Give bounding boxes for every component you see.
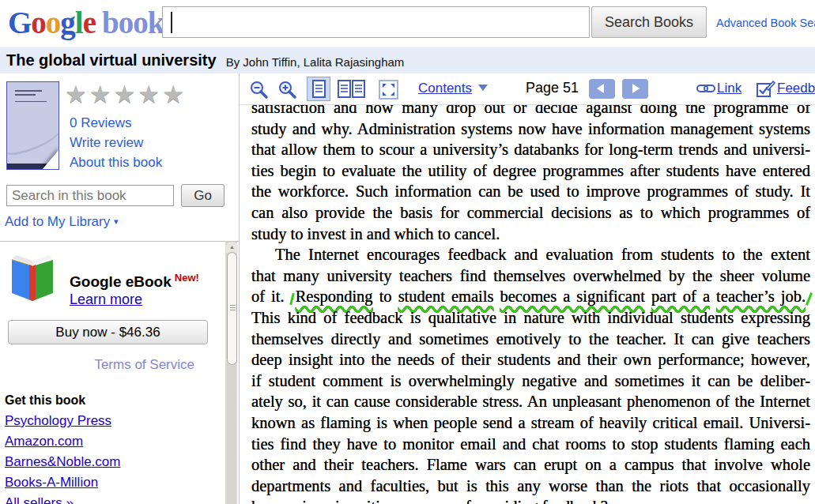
two-page-view-icon[interactable] [338, 80, 366, 98]
go-button[interactable]: Go [181, 184, 225, 207]
sidebar: ★★★★★ 0 Reviews Write review About this … [0, 73, 240, 504]
page-text-line: known as flaming is when people send a s… [251, 412, 810, 434]
page-text-segment: the workforce. Such information can be u… [251, 182, 810, 200]
contents-dropdown[interactable]: Contents [418, 81, 472, 96]
page-text-segment: The Internet encourages feedback and eva… [275, 246, 810, 263]
previous-page-button[interactable] [589, 79, 615, 99]
book-cover-thumbnail[interactable] [6, 81, 59, 170]
page-text-segment: deep insight into the needs of their stu… [251, 351, 810, 368]
seller-link[interactable]: Books-A-Million [5, 476, 120, 489]
book-title-bar: The global virtual university By John Ti… [0, 47, 815, 73]
site-header: Googlebooks Search Books Advanced Book S… [0, 0, 815, 47]
left-arrow-icon [597, 84, 604, 93]
page-text-line: departments and faculties, but is this a… [251, 476, 810, 497]
search-books-button[interactable]: Search Books [591, 6, 707, 38]
page-text-segment: departments and faculties, but is this a… [251, 477, 810, 495]
text-caret [171, 12, 172, 33]
page-text-segment: of it. [251, 288, 291, 305]
seller-link[interactable]: Barnes&Noble.com [5, 455, 120, 468]
star-rating[interactable]: ★★★★★ [65, 80, 187, 109]
scrollbar-thumb[interactable] [227, 252, 237, 365]
google-logo-text: Google [8, 6, 96, 39]
page-text-block: satisfaction and how many drop out or de… [251, 105, 810, 504]
page-title: The global virtual university [6, 51, 217, 70]
page-text-segment [710, 288, 716, 305]
dropdown-arrow-icon: ▾ [114, 216, 119, 226]
page-text-line: of it. Responding to student emails beco… [251, 286, 810, 307]
page-text-line: that allow them to scour a university’s … [251, 139, 810, 160]
highlighted-text: student emails [398, 288, 494, 305]
page-text-segment: other and their teachers. Flame wars can… [251, 456, 810, 473]
page-text-line: can also provide the basis for commercia… [251, 202, 810, 224]
page-text-line: the workforce. Such information can be u… [251, 181, 810, 202]
terms-of-service-link[interactable]: Terms of Service [94, 357, 194, 373]
seller-link[interactable]: Amazon.com [5, 434, 120, 448]
page-text-segment: satisfaction and how many drop out or de… [251, 105, 810, 116]
page-text-line: study to invest in and which to cancel. [251, 224, 810, 245]
link-icon[interactable] [696, 83, 715, 94]
page-text-segment: if student comment is overwhelmingly neg… [251, 372, 810, 389]
single-page-view-icon[interactable] [312, 80, 326, 98]
page-text-segment: This kind of feedback is qualitative in … [251, 309, 810, 326]
page-text-line: that many university teachers find thems… [251, 265, 810, 287]
page-text-line: ately so, it can cause considerable stre… [251, 391, 810, 412]
highlighted-text: becomes a significant [500, 288, 644, 305]
cover-subtitle-line [15, 101, 47, 102]
write-review-link[interactable]: Write review [70, 135, 143, 151]
page-text-segment: ately so, it can cause considerable stre… [251, 393, 810, 410]
page-text-segment: to [373, 288, 398, 305]
highlighted-text: part of a [651, 288, 710, 305]
next-page-button[interactable] [622, 79, 648, 99]
add-to-my-library-link[interactable]: Add to My Library ▾ [5, 214, 119, 230]
page-text-segment [645, 288, 651, 305]
about-this-book-link[interactable]: About this book [70, 155, 162, 171]
zoom-in-icon[interactable] [277, 80, 298, 100]
cover-title-line [15, 94, 36, 96]
page-text-line: ties find they have to monitor email and… [251, 434, 810, 455]
page-text-segment: ties begin to evaluate the utility of de… [251, 162, 810, 179]
get-this-book-heading: Get this book [5, 393, 85, 408]
sidebar-panel: Google eBookNew! Learn more Buy now - $4… [0, 241, 239, 504]
page-text-line: study and why. Administration systems no… [251, 118, 810, 140]
right-arrow-icon [632, 84, 640, 93]
feedback-icon[interactable] [757, 81, 775, 98]
search-input[interactable] [162, 6, 590, 38]
page-text-segment: themselves directly and sometimes emotiv… [251, 330, 810, 348]
cover-title-line [15, 90, 42, 92]
page-text-segment: that allow them to scour a university’s … [251, 141, 810, 158]
google-ebook-icon [8, 254, 57, 305]
page-text-line: deep insight into the needs of their stu… [251, 349, 810, 370]
fullscreen-icon[interactable] [379, 80, 398, 100]
ebook-title: Google eBookNew! [70, 272, 199, 291]
page-text-segment: study to invest in and which to cancel. [251, 225, 500, 243]
sidebar-scrollbar[interactable]: ▲ [225, 242, 237, 504]
seller-link[interactable]: Psychology Press [5, 414, 120, 427]
google-books-logo[interactable]: Googlebooks [8, 5, 175, 40]
scanned-page[interactable]: satisfaction and how many drop out or de… [240, 105, 815, 504]
page-text-segment: happen in universities as a way of provi… [251, 498, 608, 504]
advanced-book-search-link[interactable]: Advanced Book Search [716, 17, 815, 29]
page-text-line: ties begin to evaluate the utility of de… [251, 160, 810, 182]
page-text-segment: known as flaming is when people send a s… [251, 414, 810, 431]
seller-link[interactable]: All sellers » [5, 496, 120, 504]
buy-now-button[interactable]: Buy now - $46.36 [8, 320, 208, 344]
highlighted-text: teacher’s job. [716, 288, 810, 305]
page-text-line: This kind of feedback is qualitative in … [251, 307, 810, 329]
page-text-line: happen in universities as a way of provi… [251, 496, 810, 504]
highlighted-text: Responding [291, 288, 373, 305]
page-text-segment: can also provide the basis for commercia… [251, 204, 810, 221]
viewer-toolbar: Contents Page 51 Link Feedback [240, 73, 815, 105]
feedback-button[interactable]: Feedback [777, 81, 815, 96]
zoom-out-icon[interactable] [249, 80, 270, 100]
reviews-link[interactable]: 0 Reviews [70, 115, 131, 131]
scrollbar-grip [230, 305, 236, 311]
new-badge: New! [175, 272, 199, 284]
scroll-up-arrow-icon[interactable]: ▲ [226, 242, 238, 253]
page-text-segment: study and why. Administration systems no… [251, 120, 810, 137]
page-curl [42, 149, 59, 170]
contents-dropdown-arrow-icon[interactable] [478, 85, 488, 91]
book-authors: By John Tiffin, Lalita Rajasingham [226, 53, 405, 69]
search-in-book-input[interactable] [6, 185, 174, 206]
learn-more-link[interactable]: Learn more [70, 291, 142, 308]
link-button[interactable]: Link [717, 81, 741, 96]
